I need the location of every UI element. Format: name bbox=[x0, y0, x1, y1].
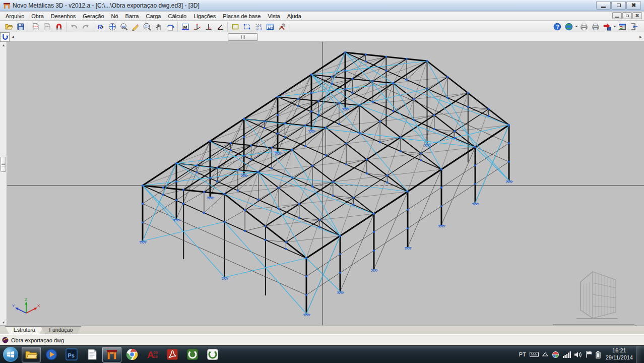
toolbar-button-measure[interactable] bbox=[130, 22, 141, 32]
toolbar-button-export-dwg[interactable]: DWG bbox=[41, 22, 53, 32]
restore-button[interactable] bbox=[611, 1, 626, 10]
export-drawing-icon bbox=[603, 23, 611, 31]
menu-item-barra[interactable]: Barra bbox=[122, 12, 143, 20]
dimension-angle-icon bbox=[216, 23, 224, 31]
horizontal-rotate-scrollbar[interactable]: ◄ ► bbox=[0, 32, 644, 42]
toolbar-button-display-numbers[interactable]: 124 bbox=[264, 22, 276, 32]
toolbar-button-print-preview[interactable] bbox=[590, 22, 601, 32]
h-scroll-thumb[interactable] bbox=[228, 33, 258, 41]
toolbar-button-zoom-extents[interactable] bbox=[106, 22, 118, 32]
h-scroll-left-arrow-icon[interactable]: ◄ bbox=[10, 33, 16, 41]
tab-estrutura[interactable]: Estrutura bbox=[5, 326, 44, 334]
menu-item-calculo[interactable]: Cálculo bbox=[164, 12, 190, 20]
h-scroll-right-arrow-icon[interactable]: ► bbox=[637, 33, 644, 41]
taskbar-app-adobe-reader[interactable] bbox=[163, 347, 182, 362]
menu-item-placas-de-base[interactable]: Placas de base bbox=[219, 12, 264, 20]
clock[interactable]: 16:21 29/11/2014 bbox=[606, 347, 633, 361]
taskbar-app-media-player[interactable] bbox=[42, 347, 61, 362]
export-dwg-icon: DWG bbox=[43, 23, 51, 31]
menu-item-desenhos[interactable]: Desenhos bbox=[47, 12, 80, 20]
toolbar-button-pan[interactable] bbox=[153, 22, 164, 32]
mdi-restore-button[interactable] bbox=[622, 12, 632, 19]
toolbar-button-project-tools[interactable] bbox=[276, 22, 287, 32]
toolbar-button-dimension-angle[interactable] bbox=[214, 22, 226, 32]
rotate-view-corner-button[interactable] bbox=[0, 32, 10, 42]
toolbar-button-grid-snap[interactable] bbox=[252, 22, 264, 32]
toolbar-button-help[interactable]: ? bbox=[551, 22, 563, 32]
toolbar-button-save[interactable] bbox=[15, 22, 26, 32]
toolbar-button-print[interactable] bbox=[578, 22, 590, 32]
chrome-icon bbox=[125, 348, 139, 361]
start-button[interactable] bbox=[0, 346, 21, 363]
language-indicator[interactable]: PT bbox=[519, 351, 526, 357]
taskbar-app-photoshop[interactable]: Ps bbox=[62, 347, 81, 362]
toolbar-button-window-layout[interactable] bbox=[616, 22, 628, 32]
toolbar-button-magnet-snap[interactable] bbox=[53, 22, 65, 32]
toolbar-button-rotate-view[interactable] bbox=[164, 22, 176, 32]
menu-item-ligacoes[interactable]: Ligações bbox=[190, 12, 219, 20]
menu-item-arquivo[interactable]: Arquivo bbox=[2, 12, 28, 20]
toolbar-button-language-world[interactable] bbox=[563, 22, 574, 32]
menu-item-geracao[interactable]: Geração bbox=[79, 12, 107, 20]
toolbar-button-redraw[interactable]: R bbox=[95, 22, 106, 32]
taskbar-app-windows-explorer[interactable] bbox=[22, 347, 41, 362]
minimize-button[interactable] bbox=[596, 1, 611, 10]
svg-text:X: X bbox=[37, 304, 40, 308]
taskbar-app-camtasia-recorder[interactable] bbox=[203, 347, 222, 362]
taskbar-app-metalicas-3d[interactable] bbox=[102, 347, 121, 362]
menu-item-obra[interactable]: Obra bbox=[28, 12, 47, 20]
perpendicular-icon bbox=[205, 23, 213, 31]
drawing-area[interactable]: ESCOLA DE SOFTWARE® APRENDENDO NA PRÁTIC… bbox=[7, 42, 644, 325]
volume-icon[interactable] bbox=[574, 351, 582, 358]
find-element-icon: M bbox=[181, 23, 189, 31]
v-scroll-up-arrow-icon[interactable]: ▲ bbox=[0, 42, 7, 48]
menu-item-no[interactable]: Nó bbox=[108, 12, 122, 20]
toolbar-button-find-element[interactable]: M bbox=[179, 22, 191, 32]
toolbar-button-export-drawing[interactable] bbox=[601, 22, 613, 32]
export-drawing-dropdown-arrow[interactable] bbox=[613, 22, 616, 32]
tab-fundacao[interactable]: Fundação bbox=[41, 326, 82, 334]
svg-text:M: M bbox=[183, 24, 187, 29]
battery-icon[interactable] bbox=[596, 351, 601, 358]
language-world-dropdown-arrow[interactable] bbox=[574, 22, 578, 32]
exit-icon bbox=[630, 23, 638, 31]
taskbar-app-notepad[interactable] bbox=[82, 347, 101, 362]
taskbar-app-autocad[interactable]: A2010 bbox=[143, 347, 162, 362]
menu-item-carga[interactable]: Carga bbox=[142, 12, 164, 20]
toolbar-button-undo[interactable] bbox=[68, 22, 80, 32]
svg-text:Ps: Ps bbox=[68, 352, 75, 358]
menubar: ArquivoObraDesenhosGeraçãoNóBarraCargaCá… bbox=[0, 12, 644, 21]
menu-item-ajuda[interactable]: Ajuda bbox=[284, 12, 305, 20]
autocad-icon: A2010 bbox=[146, 348, 159, 361]
taskbar-app-chrome[interactable] bbox=[122, 347, 142, 362]
toolbar-button-selection-box[interactable] bbox=[241, 22, 252, 32]
taskbar-app-camtasia-studio[interactable] bbox=[183, 347, 202, 362]
close-button[interactable]: ✖ bbox=[626, 1, 641, 10]
hidden-icons-chevron[interactable] bbox=[542, 352, 548, 356]
window-titlebar[interactable]: Novo Metálicas 3D - v2012.a - [C:\...\Ob… bbox=[0, 0, 644, 11]
language-world-icon bbox=[565, 23, 573, 31]
vertical-rotate-scrollbar[interactable]: ▲ ▼ bbox=[0, 42, 7, 325]
h-scroll-track[interactable] bbox=[16, 33, 637, 41]
network-signal-icon[interactable] bbox=[563, 351, 571, 358]
toolbar-button-zoom-previous[interactable]: x2 bbox=[118, 22, 130, 32]
v-scroll-down-arrow-icon[interactable]: ▼ bbox=[0, 319, 7, 325]
windows-updates-icon[interactable] bbox=[552, 351, 559, 358]
toolbar-button-zoom-window[interactable] bbox=[141, 22, 153, 32]
toolbar-button-draw-rectangle[interactable] bbox=[229, 22, 241, 32]
toolbar-button-open[interactable] bbox=[3, 22, 15, 32]
structure-3d-wireframe[interactable] bbox=[7, 42, 644, 325]
v-scroll-thumb[interactable] bbox=[1, 157, 6, 172]
toolbar-button-local-axes[interactable] bbox=[191, 22, 203, 32]
window-title: Novo Metálicas 3D - v2012.a - [C:\...\Ob… bbox=[13, 2, 200, 9]
mdi-close-button[interactable]: ✖ bbox=[632, 12, 642, 19]
keyboard-icon[interactable] bbox=[530, 351, 539, 357]
show-desktop-button[interactable] bbox=[636, 346, 642, 363]
toolbar-button-redo[interactable] bbox=[80, 22, 91, 32]
mdi-minimize-button[interactable] bbox=[612, 12, 622, 19]
action-center-flag-icon[interactable] bbox=[586, 351, 592, 358]
menu-item-vista[interactable]: Vista bbox=[264, 12, 283, 20]
toolbar-button-export-dxf[interactable]: DXF bbox=[30, 22, 41, 32]
toolbar-button-perpendicular[interactable] bbox=[203, 22, 214, 32]
toolbar-button-exit[interactable] bbox=[628, 22, 639, 32]
